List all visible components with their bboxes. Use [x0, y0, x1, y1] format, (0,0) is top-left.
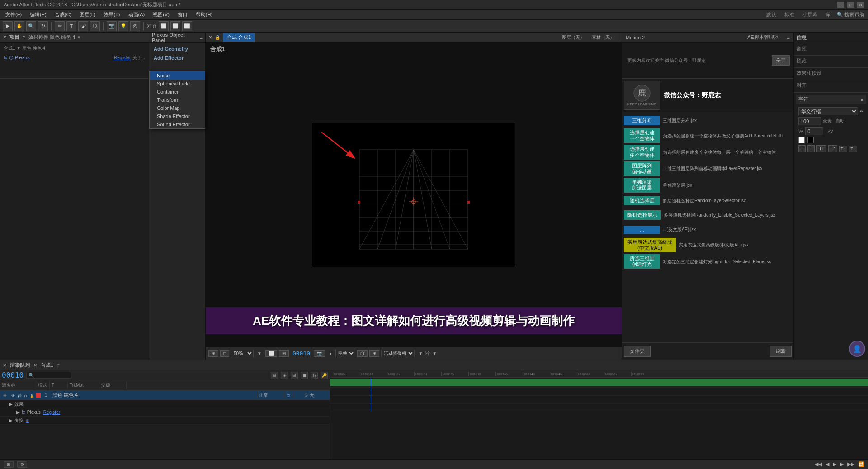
audio-icon[interactable]: 🔊 — [17, 394, 22, 398]
plexus-item-shade-effector[interactable]: Shade Effector — [150, 112, 205, 120]
timeline-ctrl-3[interactable]: ⊞ — [291, 372, 298, 379]
plexus-item-transform[interactable]: Transform — [150, 96, 205, 104]
timeline-ctrl-6[interactable]: 🔑 — [321, 372, 328, 379]
render-queue-close[interactable]: ✕ — [3, 363, 6, 368]
tool-zoom[interactable]: 🔍 — [26, 21, 36, 31]
tool-null[interactable]: ◎ — [130, 21, 140, 31]
menu-help[interactable]: 帮助(H) — [192, 10, 216, 19]
script-btn-single-null[interactable]: 选择层创建一个空物体 — [624, 128, 660, 143]
menu-window[interactable]: 窗口 — [174, 10, 191, 19]
script-btn-en-version[interactable]: ... — [624, 226, 660, 234]
sub-layer-plexus[interactable]: ▶ fx Plexus Register — [0, 408, 330, 417]
register-link-timeline[interactable]: Register — [43, 410, 60, 415]
fill-color-swatch[interactable] — [798, 137, 805, 143]
tool-text[interactable]: T — [66, 21, 76, 31]
sub-layer-transform[interactable]: ▶ 变换 ≡ — [0, 417, 330, 425]
script-btn-solo-render[interactable]: 单独渲染所选图层 — [624, 178, 660, 192]
quality-select[interactable]: 完整 — [335, 350, 355, 357]
tool-hand[interactable]: ✋ — [14, 21, 24, 31]
tool-pen[interactable]: ✏ — [55, 21, 65, 31]
plexus-panel-menu[interactable]: ≡ — [200, 35, 203, 40]
menu-edit[interactable]: 编辑(E) — [26, 10, 50, 19]
super-btn[interactable]: T↑ — [839, 146, 847, 152]
tool-stamp[interactable]: ⬡ — [90, 21, 100, 31]
folder-button[interactable]: 文件夹 — [624, 346, 651, 357]
timeline-ctrl-1[interactable]: ⊞ — [271, 372, 278, 379]
plexus-item-color-map[interactable]: Color Map — [150, 104, 205, 112]
menu-effects[interactable]: 效果(T) — [100, 10, 123, 19]
project-close-icon[interactable]: ✕ — [3, 34, 7, 40]
plexus-item-spherical-field[interactable]: Spherical Field — [150, 80, 205, 88]
layer-vis-btn[interactable]: 👁 — [10, 392, 16, 398]
status-btn-2[interactable]: ⚙ — [17, 461, 27, 468]
step-fwd-btn[interactable]: ▶ — [840, 461, 844, 467]
wechat-about-btn[interactable]: 关于 — [772, 55, 790, 66]
register-link[interactable]: Register 关于... — [114, 54, 145, 61]
close-button[interactable]: ✕ — [857, 2, 864, 8]
tool-paint[interactable]: 🖌 — [78, 21, 88, 31]
maximize-button[interactable]: □ — [847, 2, 854, 8]
char-menu[interactable]: ≡ — [861, 97, 863, 102]
plexus-section-geometry[interactable]: Add Geometry — [149, 44, 205, 53]
font-size-input[interactable] — [798, 117, 821, 125]
playhead[interactable] — [371, 378, 371, 387]
sub-layer-effects[interactable]: ▶ 效果 — [0, 400, 330, 408]
timeline-ctrl-4[interactable]: ◼ — [301, 372, 308, 379]
align-right[interactable]: ⬜ — [182, 21, 192, 31]
menu-file[interactable]: 文件(F) — [2, 10, 25, 19]
play-btn[interactable]: ◀◀ — [815, 461, 822, 467]
script-btn-layer-array[interactable]: 图层阵列偏移动画 — [624, 161, 660, 176]
register-text[interactable]: Register — [114, 55, 131, 60]
eye-icon[interactable]: 👁 — [11, 394, 15, 398]
layer-audio-btn[interactable]: 🔊 — [16, 392, 23, 398]
tool-select[interactable]: ▶ — [3, 21, 13, 31]
plexus-section-effector[interactable]: Add Effector — [149, 53, 205, 62]
layer-solo-btn[interactable]: ◉ — [0, 393, 10, 398]
status-btn-1[interactable]: ⊞ — [4, 461, 14, 468]
comp1-menu[interactable]: ≡ — [57, 363, 60, 368]
camera-btn[interactable]: 📷 — [314, 350, 326, 357]
camera-select[interactable]: 活动摄像机 — [381, 350, 415, 357]
timeline-ctrl-2[interactable]: ◈ — [281, 372, 288, 379]
script-btn-expressions[interactable]: 实用表达式集高级版(中文版AE) — [624, 238, 676, 252]
lock-icon[interactable]: 🔒 — [30, 394, 34, 398]
grid-btn[interactable]: □ — [220, 350, 229, 357]
script-btn-multi-null[interactable]: 选择层创建多个空物体 — [624, 145, 660, 159]
region-btn[interactable]: ⬜ — [265, 350, 277, 357]
comp-btn[interactable]: ⬡ — [357, 350, 368, 357]
ram-preview-btn[interactable]: ▶ — [833, 461, 836, 467]
font-edit-icon[interactable]: ✏ — [860, 109, 863, 114]
about-text[interactable]: 关于... — [132, 55, 145, 60]
smallcaps-btn[interactable]: Tr — [828, 145, 837, 152]
effects-menu-icon[interactable]: ≡ — [78, 35, 80, 40]
zoom-select[interactable]: 50% 100% — [231, 350, 254, 357]
plexus-item-sound-effector[interactable]: Sound Effector — [150, 120, 205, 128]
snap-btn[interactable]: ⊞ — [279, 350, 289, 357]
layer-search-input[interactable] — [26, 372, 71, 379]
search-input-wrapper[interactable]: 🔍 搜索帮助 — [835, 11, 866, 18]
fwd-end-btn[interactable]: ▶▶ — [847, 461, 854, 467]
step-back-btn[interactable]: ◀ — [826, 461, 829, 467]
script-btn-3d-distribute[interactable]: 三维分布 — [624, 116, 660, 125]
timeline-ctrl-5[interactable]: ⛓ — [311, 372, 318, 379]
viewport-tab-composition[interactable]: 合成 合成1 — [223, 33, 255, 42]
minimize-button[interactable]: ─ — [837, 2, 844, 8]
comp1-tab[interactable]: 合成1 — [41, 362, 53, 369]
tool-light[interactable]: 💡 — [118, 21, 128, 31]
menu-animation[interactable]: 动画(A) — [125, 10, 149, 19]
sub-btn[interactable]: T↓ — [849, 146, 857, 152]
layer-solo-btn2[interactable]: ⊙ — [23, 392, 29, 398]
plexus-item-container[interactable]: Container — [150, 88, 205, 96]
menu-composition[interactable]: 合成(C) — [51, 10, 75, 19]
magnet-btn[interactable]: ⊞ — [208, 350, 218, 357]
bold-btn[interactable]: T — [798, 145, 806, 152]
stroke-color-swatch[interactable] — [807, 137, 814, 143]
layer-lock-btn[interactable]: 🔒 — [29, 392, 35, 398]
align-left[interactable]: ⬜ — [159, 21, 169, 31]
script-manager-menu[interactable]: ≡ — [787, 35, 790, 40]
plexus-item-noise[interactable]: Noise — [150, 71, 205, 80]
italic-btn[interactable]: T — [807, 145, 815, 152]
script-btn-random-enable[interactable]: 随机选择层示 — [624, 210, 661, 220]
tracking-input[interactable] — [805, 127, 823, 135]
align-center[interactable]: ⬜ — [170, 21, 180, 31]
